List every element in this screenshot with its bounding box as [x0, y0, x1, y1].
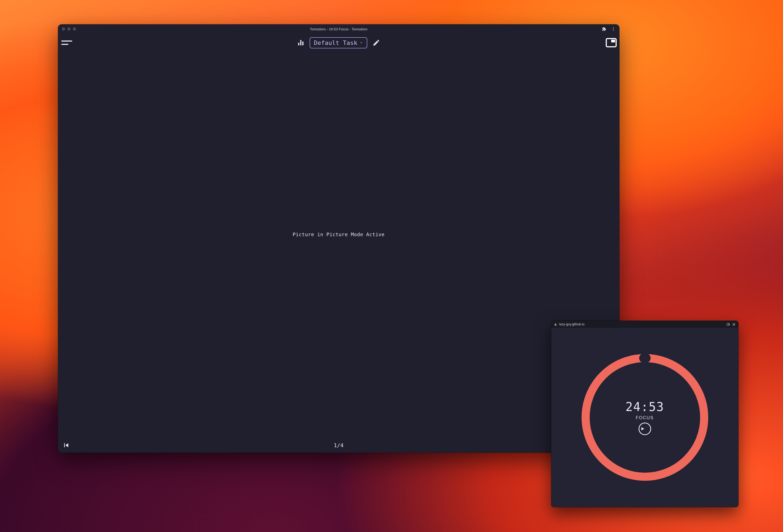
pip-icon	[606, 38, 617, 48]
timer-ring-inner: 24:53 FOCUS	[577, 350, 712, 484]
skip-previous-icon	[62, 441, 70, 449]
pip-active-message: Picture in Picture Mode Active	[293, 231, 385, 237]
edit-task-button[interactable]	[372, 38, 381, 48]
svg-rect-7	[302, 41, 304, 45]
play-button[interactable]	[638, 423, 651, 435]
svg-rect-6	[300, 40, 301, 46]
stats-button[interactable]	[296, 38, 305, 47]
app-toolbar: Default Task	[58, 34, 619, 52]
bar-chart-icon	[297, 39, 304, 46]
picture-in-picture-button[interactable]	[605, 37, 617, 49]
window-title: Tomodoro - 24:53 Focus - Tomodoro	[58, 27, 619, 31]
svg-rect-5	[298, 43, 299, 45]
window-titlebar: Tomodoro - 24:53 Focus - Tomodoro	[58, 24, 619, 34]
lock-icon	[554, 323, 557, 326]
app-body: Picture in Picture Mode Active	[58, 52, 619, 438]
play-icon	[639, 426, 650, 431]
pencil-icon	[372, 39, 380, 46]
pip-titlebar: lazy-guy.github.io	[551, 321, 739, 328]
pip-host-label: lazy-guy.github.io	[559, 322, 585, 326]
svg-rect-9	[611, 40, 615, 42]
timer-mode-label: FOCUS	[636, 415, 654, 420]
pip-window: lazy-guy.github.io 24:53 FOCUS	[551, 321, 739, 507]
chevron-down-icon	[359, 41, 363, 44]
task-selector-label: Default Task	[314, 39, 357, 46]
session-pager: 1/4	[334, 442, 344, 448]
svg-marker-14	[641, 427, 644, 431]
app-footer: 1/4	[58, 438, 619, 452]
toolbar-center: Default Task	[296, 37, 381, 49]
pip-content: 24:53 FOCUS	[551, 328, 739, 507]
task-selector[interactable]: Default Task	[309, 37, 367, 49]
timer-readout: 24:53	[625, 400, 664, 414]
app-window: Tomodoro - 24:53 Focus - Tomodoro	[58, 24, 619, 452]
back-to-tab-icon[interactable]	[726, 323, 730, 326]
svg-rect-10	[727, 323, 730, 325]
previous-button[interactable]	[61, 440, 72, 451]
timer-ring: 24:53 FOCUS	[577, 350, 712, 484]
close-icon[interactable]	[732, 323, 736, 326]
menu-button[interactable]	[60, 36, 73, 49]
